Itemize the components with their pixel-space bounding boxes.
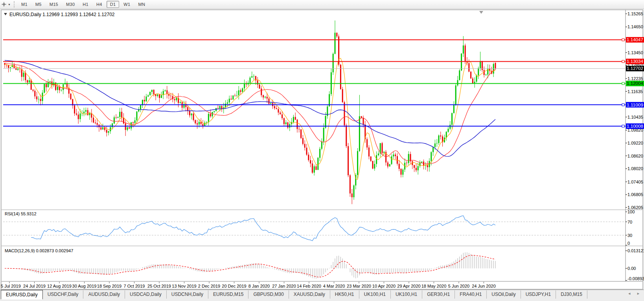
rsi-label: RSI(14) 55.9312 [5,211,37,216]
timeframe-button-m15[interactable]: M15 [46,1,62,8]
time-axis-label: 13 Nov 2019 [172,284,196,288]
time-axis-label: 2 Dec 2019 [198,284,220,288]
chart-tab-uk100-h1[interactable]: UK100,H1 [359,290,391,299]
price-axis-label: 1.13450 [627,50,643,55]
time-axis-label: 14 Feb 2020 [297,284,321,288]
tabs-scroll-left-button[interactable]: ◄ [627,292,631,295]
time-axis-label: 23 Mar 2020 [347,284,371,288]
chart-tab-eurusd-daily[interactable]: EURUSD,Daily [1,290,43,299]
tab-scroll-buttons: ◄ ► [627,292,640,295]
price-axis-label: 1.09220 [627,141,643,145]
chart-tab-hk50-h1[interactable]: HK50,H1 [330,290,359,299]
price-axis-label: 1.08620 [627,154,643,158]
timeframe-button-m1[interactable]: M1 [18,1,31,8]
chart-tab-fra40-h1[interactable]: FRA40,H1 [455,290,487,299]
price-axis-label: 1.06805 [627,192,643,197]
level-badge-label: 1.13034 [627,59,643,64]
time-axis-label: 30 Aug 2019 [72,284,97,288]
time-axis-label: 10 Apr 2020 [372,284,396,288]
timeframe-buttons: M1M5M15M30H1H4D1W1MN [17,1,149,8]
time-axis-label: 8 Jan 2020 [248,284,270,288]
timeframe-toolbar: ▼ M1M5M15M30H1H4D1W1MN [0,0,644,9]
time-axis-label: 27 Jan 2020 [272,284,296,288]
time-axis-label: 29 Apr 2020 [397,284,420,288]
chart-window-frame [1,10,643,289]
timeframe-button-w1[interactable]: W1 [120,1,134,8]
line-handle[interactable] [622,60,624,62]
macd-axis-label: -0.008933 [627,276,644,281]
chart-tab-ger30-h1[interactable]: GER30,H1 [422,290,455,299]
timeframe-button-mn[interactable]: MN [134,1,149,8]
price-axis-label: 1.07405 [627,180,643,184]
macd-axis-label: 0.00 [627,266,636,271]
time-axis-label: 24 Jul 2019 [23,284,46,288]
chart-tab-dj30-m15[interactable]: DJ30,M15 [556,290,587,299]
macd-axis-label: 0.013121 [627,248,644,253]
time-axis-label: 5 Jun 2020 [448,284,469,288]
tabs-scroll-right-button[interactable]: ► [637,292,640,295]
rsi-axis-label: 0 [627,241,630,246]
timeframe-button-h1[interactable]: H1 [79,1,92,8]
tool-dropdown-icon[interactable]: ▼ [8,3,12,6]
level-badge-label: 1.10008 [627,124,643,128]
time-axis-label: 7 Oct 2019 [124,284,145,288]
level-badge-label: 1.11009 [627,103,643,107]
time-axis-label: 4 Mar 2020 [323,284,345,288]
price-axis-label: 1.10435 [627,115,643,119]
line-handle[interactable] [622,82,624,84]
time-axis-label: 12 Aug 2019 [47,284,72,288]
crosshair-tool-icon[interactable] [0,1,8,8]
price-axis-label: 1.15265 [627,11,643,16]
rsi-axis-label: 30 [627,233,632,238]
level-badge-label: 1.14047 [627,37,643,42]
timeframe-button-m30[interactable]: M30 [63,1,78,8]
chart-canvas[interactable]: EURUSD,Daily 1.12969 1.12993 1.12642 1.1… [0,9,644,290]
chart-tab-usdjpy-h1[interactable]: USDJPY,H1 [521,290,556,299]
time-axis-label: 20 Dec 2019 [222,284,246,288]
price-axis-label: 1.12235 [627,76,643,81]
timeframe-button-m5[interactable]: M5 [32,1,45,8]
price-axis-label: 1.11635 [627,89,643,94]
chart-area[interactable]: EURUSD,Daily 1.12969 1.12993 1.12642 1.1… [0,9,644,290]
chart-tab-gbpusd-m30[interactable]: GBPUSD,M30 [248,290,289,299]
time-axis-label: 25 Oct 2019 [147,284,171,288]
line-handle[interactable] [622,104,624,106]
price-axis-label: 1.14650 [627,24,643,29]
level-badge-label: 1.12004 [627,81,643,86]
chart-tab-usdcnh-daily[interactable]: USDCNH,Daily [167,290,208,299]
trading-platform: ▼ M1M5M15M30H1H4D1W1MN EURUSD,Daily 1.12… [0,0,644,301]
chart-tab-eurusd-m15[interactable]: EURUSD,M15 [208,290,248,299]
timeframe-button-h4[interactable]: H4 [93,1,106,8]
time-axis-label: 18 May 2020 [421,284,447,288]
rsi-axis-label: 70 [627,220,632,224]
chart-tabs: EURUSD,DailyUSDCHF,DailyAUDUSD,DailyUSDC… [1,290,587,299]
price-axis-label: 1.08020 [627,166,643,171]
line-handle[interactable] [622,125,624,127]
chart-tab-usdchf-daily[interactable]: USDCHF,Daily [43,290,84,299]
rsi-axis-label: 100 [627,209,635,214]
chart-tab-usdcad-daily[interactable]: USDCAD,Daily [125,290,167,299]
chart-tab-uk100-h1[interactable]: UK100,H1 [391,290,422,299]
timeframe-button-d1[interactable]: D1 [107,1,120,8]
macd-label: MACD(12,26,9) 0.002873 0.002947 [5,248,73,253]
chart-title: EURUSD,Daily 1.12969 1.12993 1.12642 1.1… [9,12,115,17]
line-handle[interactable] [622,39,624,41]
chart-tabs-bar: EURUSD,DailyUSDCHF,DailyAUDUSD,DailyUSDC… [0,290,644,301]
time-axis-label: 18 Sep 2019 [97,284,121,288]
bid-badge-label: 1.12702 [627,66,643,71]
time-axis-label: 5 Jul 2019 [1,284,21,288]
time-axis-label: 24 Jun 2020 [472,284,496,288]
chart-tab-xauusd-daily[interactable]: XAUUSD,Daily [289,290,330,299]
toolbar-grip[interactable] [14,1,15,7]
chart-tab-audusd-daily[interactable]: AUDUSD,Daily [83,290,125,299]
chart-tab-usoil-daily[interactable]: USOil,Daily [487,290,521,299]
